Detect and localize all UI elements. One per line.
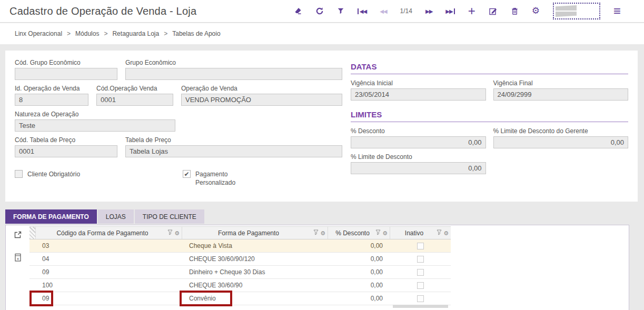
column-settings-gear-icon[interactable]: ⚙ xyxy=(443,231,449,236)
field-label: Vigência Final xyxy=(493,79,629,87)
delete-button[interactable] xyxy=(511,7,519,15)
field-label: Tabela de Preço xyxy=(125,136,342,144)
pct-limite-desconto-gerente-input[interactable]: 0,00 xyxy=(493,136,629,148)
top-bar: Cadastro de Operação de Venda - Loja ◀◀ … xyxy=(0,0,644,23)
pct-desconto-input[interactable]: 0,00 xyxy=(351,136,486,148)
column-filter-icon[interactable] xyxy=(167,229,173,237)
horizontal-scrollbar-thumb[interactable] xyxy=(393,305,448,308)
vigencia-final-input[interactable]: 24/09/2999 xyxy=(493,88,629,101)
row-handle-column xyxy=(29,227,36,239)
row-handle xyxy=(29,239,36,253)
menu-button[interactable]: ≡ xyxy=(613,6,621,16)
vigencia-inicial-input[interactable]: 23/05/2014 xyxy=(351,88,486,101)
svg-text:x: x xyxy=(17,256,19,261)
inactive-checkbox[interactable] xyxy=(417,269,424,276)
open-in-window-button[interactable] xyxy=(14,231,22,241)
field-operacao-venda: Operação de Venda VENDA PROMOÇÃO xyxy=(181,85,342,106)
cell-code: 100 xyxy=(36,279,182,292)
hamburger-menu-icon: ≡ xyxy=(613,6,621,16)
table-row[interactable]: 03 Cheque à Vista 0,00 xyxy=(29,239,451,253)
field-label: Operação de Venda xyxy=(181,85,342,92)
inactive-checkbox[interactable] xyxy=(417,295,424,302)
field-label: Cód. Tabela de Preço xyxy=(15,136,117,144)
column-filter-icon[interactable] xyxy=(375,229,381,237)
column-settings-gear-icon[interactable]: ⚙ xyxy=(174,231,180,236)
column-header-pct-desconto[interactable]: % Desconto ⚙ xyxy=(328,227,390,239)
column-settings-gear-icon[interactable]: ⚙ xyxy=(382,231,388,236)
field-label: % Desconto xyxy=(351,127,486,135)
id-operacao-venda-input[interactable]: 8 xyxy=(15,94,88,106)
field-id-operacao-venda: Id. Operação de Venda 8 xyxy=(15,85,88,106)
column-header-codigo-forma-pagamento[interactable]: Código da Forma de Pagamento ⚙ xyxy=(36,227,182,239)
annotation-box-name xyxy=(180,291,232,306)
tab-tipo-de-cliente[interactable]: TIPO DE CLIENTE xyxy=(135,209,204,224)
field-grupo-economico: Grupo Econômico xyxy=(125,59,342,80)
field-label: Natureza de Operação xyxy=(15,111,175,118)
pagamento-personalizado-checkbox[interactable]: ✔ xyxy=(183,170,191,178)
tabela-preco-input[interactable]: Tabela Lojas xyxy=(125,145,342,157)
inactive-checkbox[interactable] xyxy=(417,282,424,289)
field-vigencia-final: Vigência Final 24/09/2999 xyxy=(493,79,629,101)
pct-limite-desconto-input[interactable]: 0,00 xyxy=(351,162,486,174)
column-filter-icon[interactable] xyxy=(313,229,319,237)
export-excel-button[interactable]: x xyxy=(14,253,22,264)
breadcrumb-separator: > xyxy=(104,30,107,37)
next-page-button[interactable]: ▶▶ xyxy=(425,8,432,14)
cell-discount: 0,00 xyxy=(328,279,390,292)
cliente-obrigatorio-checkbox[interactable] xyxy=(15,170,23,178)
refresh-icon xyxy=(315,7,324,15)
edit-button[interactable] xyxy=(489,7,498,15)
breadcrumb-item-linx-operacional[interactable]: Linx Operacional xyxy=(15,30,62,37)
table-row[interactable]: 04 CHEQUE 30/60/90/120 0,00 xyxy=(29,253,451,266)
bar-icon xyxy=(454,8,455,14)
plus-icon: + xyxy=(468,6,475,16)
column-settings-gear-icon[interactable]: ⚙ xyxy=(320,231,325,236)
datas-section-heading: DATAS xyxy=(351,62,628,74)
inactive-checkbox[interactable] xyxy=(417,243,424,249)
pagamento-personalizado-checkbox-group[interactable]: ✔ Pagamento Personalizado xyxy=(183,170,251,187)
field-pct-limite-desconto: % Limite de Desconto 0,00 xyxy=(351,153,486,174)
field-label: Cód.Operação Venda xyxy=(96,85,173,92)
previous-page-button[interactable]: ◀◀ xyxy=(380,8,387,14)
form-right-column: DATAS Vigência Inicial 23/05/2014 Vigênc… xyxy=(351,59,628,193)
table-row[interactable]: 09 Dinheiro + Cheque 30 Dias 0,00 xyxy=(29,266,451,279)
column-header-inativo[interactable]: Inativo ⚙ xyxy=(390,227,451,239)
cell-inactive xyxy=(390,253,451,266)
last-page-button[interactable]: ▶▶ xyxy=(445,8,454,14)
operacao-venda-input[interactable]: VENDA PROMOÇÃO xyxy=(181,94,342,106)
double-left-icon: ◀◀ xyxy=(360,8,366,14)
eraser-icon xyxy=(293,7,302,15)
inactive-checkbox[interactable] xyxy=(417,256,424,263)
column-header-label: % Desconto xyxy=(335,229,370,237)
cell-inactive xyxy=(390,266,451,279)
tab-lojas[interactable]: LOJAS xyxy=(98,209,134,224)
natureza-operacao-input[interactable]: Teste xyxy=(15,119,175,132)
add-button[interactable]: + xyxy=(468,6,475,16)
breadcrumb-item-tabelas-de-apoio[interactable]: Tabelas de Apoio xyxy=(172,30,220,37)
grupo-economico-input[interactable] xyxy=(125,68,342,80)
breadcrumb-item-modulos[interactable]: Módulos xyxy=(75,30,99,37)
edit-pencil-icon xyxy=(489,7,498,15)
column-filter-icon[interactable] xyxy=(437,229,442,237)
cod-grupo-economico-input[interactable] xyxy=(15,68,117,80)
cliente-obrigatorio-checkbox-group[interactable]: Cliente Obrigatório xyxy=(15,170,80,187)
cell-code: 03 xyxy=(36,239,182,253)
cell-inactive xyxy=(390,239,451,253)
filter-button[interactable] xyxy=(337,7,344,15)
column-header-forma-pagamento[interactable]: Forma de Pagamento ⚙ xyxy=(182,227,328,239)
cell-code: 09 xyxy=(36,292,182,305)
logo-placeholder[interactable] xyxy=(553,3,600,19)
checkbox-label: Pagamento Personalizado xyxy=(195,170,251,187)
table-row[interactable]: 09 Convênio 0,00 xyxy=(29,292,451,305)
clear-button[interactable] xyxy=(293,7,302,15)
settings-button[interactable]: ⚙ xyxy=(532,6,540,16)
tab-forma-de-pagamento[interactable]: FORMA DE PAGAMENTO xyxy=(5,209,97,224)
refresh-button[interactable] xyxy=(315,7,324,15)
breadcrumb-item-retaguarda-loja[interactable]: Retaguarda Loja xyxy=(112,30,159,37)
cod-tabela-preco-input[interactable]: 0001 xyxy=(15,145,117,157)
table-row[interactable]: 100 CHEQUE 30/60/90 0,00 xyxy=(29,279,451,292)
column-header-label: Código da Forma de Pagamento xyxy=(56,229,148,237)
cod-operacao-venda-input[interactable]: 0001 xyxy=(96,94,173,106)
first-page-button[interactable]: ◀◀ xyxy=(358,8,366,14)
cell-code: 04 xyxy=(36,253,182,266)
